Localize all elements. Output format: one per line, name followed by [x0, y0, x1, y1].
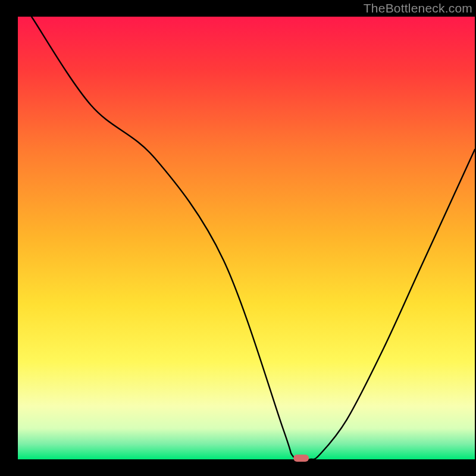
bottleneck-marker	[293, 455, 309, 462]
attribution-text: TheBottleneck.com	[364, 1, 472, 15]
bottleneck-chart	[0, 0, 476, 476]
chart-container: TheBottleneck.com	[0, 0, 476, 476]
chart-gradient-area	[18, 17, 475, 459]
